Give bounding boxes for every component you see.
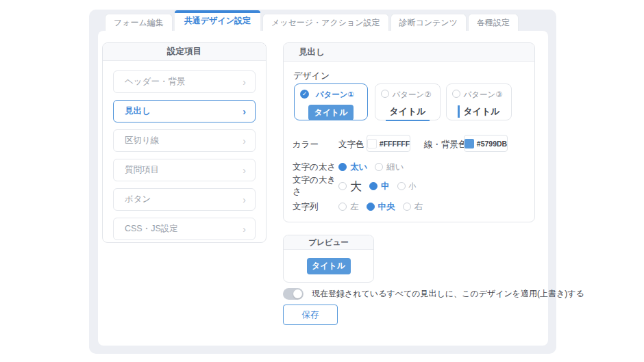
color-label: カラー: [293, 139, 319, 151]
font-size-label: 文字の大きさ: [293, 174, 338, 198]
radio-unchecked-icon: [375, 163, 383, 171]
design-label: デザイン: [293, 70, 330, 82]
align-right-label: 右: [414, 201, 423, 213]
preview-title-sample: タイトル: [307, 258, 351, 274]
sidebar-item-question-items[interactable]: 質問項目 ›: [113, 159, 256, 181]
align-left-label: 左: [350, 201, 359, 213]
font-weight-label: 文字の太さ: [293, 161, 338, 173]
radio-checked-icon[interactable]: ✓: [300, 90, 309, 99]
sidebar-item-heading[interactable]: 見出し ›: [113, 100, 256, 122]
tab-message-action-settings[interactable]: メッセージ・アクション設定: [262, 14, 389, 31]
align-left-option[interactable]: 左: [338, 201, 359, 213]
pattern-1-sample: タイトル: [308, 105, 354, 120]
align-center-option[interactable]: 中央: [367, 201, 395, 213]
line-bg-color-value: #5799DB: [477, 140, 507, 148]
text-color-label: 文字色: [338, 139, 364, 151]
page: フォーム編集 共通デザイン設定 メッセージ・アクション設定 診断コンテンツ 各種…: [0, 0, 644, 362]
chevron-right-icon: ›: [243, 195, 246, 205]
sidebar-item-label: 見出し: [125, 105, 151, 117]
radio-unchecked-icon: [338, 182, 347, 190]
size-large-label: 大: [350, 179, 362, 194]
weight-bold-option[interactable]: 太い: [338, 161, 367, 173]
chevron-right-icon: ›: [243, 166, 246, 175]
align-center-label: 中央: [378, 201, 395, 213]
sidebar-item-label: 質問項目: [125, 164, 159, 176]
radio-checked-icon: [338, 163, 347, 171]
radio-unchecked-icon: [403, 203, 411, 211]
line-bg-color-input[interactable]: #5799DB: [464, 135, 508, 152]
font-weight-options: 太い 細い: [338, 161, 404, 173]
pattern-3-card[interactable]: パターン③ タイトル: [446, 83, 512, 120]
text-color-input[interactable]: #FFFFFF: [367, 135, 410, 152]
preview-body: タイトル: [284, 250, 373, 282]
weight-bold-label: 太い: [350, 161, 367, 173]
sidebar-item-header-background[interactable]: ヘッダー・背景 ›: [113, 70, 256, 93]
apply-toggle-row: 現在登録されているすべての見出しに、このデザインを適用(上書き)する: [283, 288, 584, 300]
settings-sidebar: 設定項目 ヘッダー・背景 › 見出し › 区切り線 › 質問: [102, 42, 267, 243]
pattern-1-card[interactable]: ✓ パターン① タイトル: [294, 83, 368, 120]
size-medium-label: 中: [381, 181, 390, 192]
pattern-3-sample: タイトル: [458, 105, 499, 118]
pattern-2-sample: タイトル: [386, 105, 429, 121]
app-shell: フォーム編集 共通デザイン設定 メッセージ・アクション設定 診断コンテンツ 各種…: [89, 10, 556, 354]
sidebar-item-label: CSS・JS設定: [125, 223, 178, 235]
tab-bar: フォーム編集 共通デザイン設定 メッセージ・アクション設定 診断コンテンツ 各種…: [105, 10, 519, 31]
panel-title: 見出し: [284, 43, 534, 62]
font-size-options: 大 中 小: [338, 179, 417, 194]
tab-diagnostic-content[interactable]: 診断コンテンツ: [391, 14, 467, 31]
weight-thin-label: 細い: [386, 161, 404, 173]
save-button[interactable]: 保存: [283, 305, 338, 325]
sidebar-item-label: ボタン: [125, 194, 151, 205]
chevron-right-icon: ›: [243, 77, 246, 87]
align-right-option[interactable]: 右: [403, 201, 423, 213]
apply-toggle-switch[interactable]: [283, 288, 304, 300]
apply-toggle-label: 現在登録されているすべての見出しに、このデザインを適用(上書き)する: [312, 288, 584, 300]
white-color-swatch: [367, 139, 377, 148]
sidebar-title: 設定項目: [103, 43, 266, 61]
radio-unchecked-icon: [397, 182, 406, 190]
weight-thin-option[interactable]: 細い: [375, 161, 404, 173]
font-size-row: 文字の大きさ 大 中 小: [293, 179, 527, 193]
tab-common-design-settings[interactable]: 共通デザイン設定: [174, 10, 261, 31]
radio-unchecked-icon[interactable]: [381, 90, 389, 98]
heading-settings-panel: 見出し デザイン ✓ パターン① タイトル パターン② タイトル: [283, 42, 535, 222]
chevron-right-icon: ›: [243, 224, 246, 234]
sidebar-item-css-js-settings[interactable]: CSS・JS設定 ›: [113, 218, 256, 240]
sidebar-list: ヘッダー・背景 › 見出し › 区切り線 › 質問項目 ›: [103, 61, 266, 250]
preview-title: プレビュー: [284, 235, 373, 250]
content-card: 設定項目 ヘッダー・背景 › 見出し › 区切り線 › 質問: [98, 31, 548, 346]
tab-form-edit[interactable]: フォーム編集: [105, 14, 173, 31]
text-align-row: 文字列 左 中央 右: [293, 200, 527, 214]
size-small-label: 小: [409, 181, 417, 192]
radio-unchecked-icon[interactable]: [452, 90, 460, 98]
toggle-knob: [293, 289, 302, 298]
text-color-value: #FFFFFF: [380, 140, 410, 148]
radio-unchecked-icon: [338, 203, 347, 211]
radio-checked-icon: [369, 182, 377, 190]
tab-misc-settings[interactable]: 各種設定: [468, 14, 519, 31]
radio-checked-icon: [367, 203, 375, 211]
chevron-right-icon: ›: [243, 107, 246, 116]
color-row: カラー 文字色 #FFFFFF 線・背景色 #5799DB: [293, 135, 527, 152]
blue-color-swatch: [465, 139, 474, 148]
sidebar-item-button[interactable]: ボタン ›: [113, 188, 256, 211]
size-small-option[interactable]: 小: [397, 181, 417, 192]
size-large-option[interactable]: 大: [338, 179, 362, 194]
text-align-options: 左 中央 右: [338, 201, 423, 213]
pattern-cards: ✓ パターン① タイトル パターン② タイトル パターン③ タイトル: [294, 83, 525, 120]
text-align-label: 文字列: [293, 201, 338, 213]
font-weight-row: 文字の太さ 太い 細い: [293, 160, 527, 174]
size-medium-option[interactable]: 中: [369, 181, 390, 192]
sidebar-item-label: 区切り線: [125, 135, 159, 146]
pattern-2-card[interactable]: パターン② タイトル: [375, 83, 441, 120]
sidebar-item-label: ヘッダー・背景: [125, 76, 185, 88]
preview-box: プレビュー タイトル: [283, 235, 374, 283]
line-bg-color-label: 線・背景色: [424, 139, 467, 151]
sidebar-item-divider-line[interactable]: 区切り線 ›: [113, 129, 256, 152]
chevron-right-icon: ›: [243, 136, 246, 146]
